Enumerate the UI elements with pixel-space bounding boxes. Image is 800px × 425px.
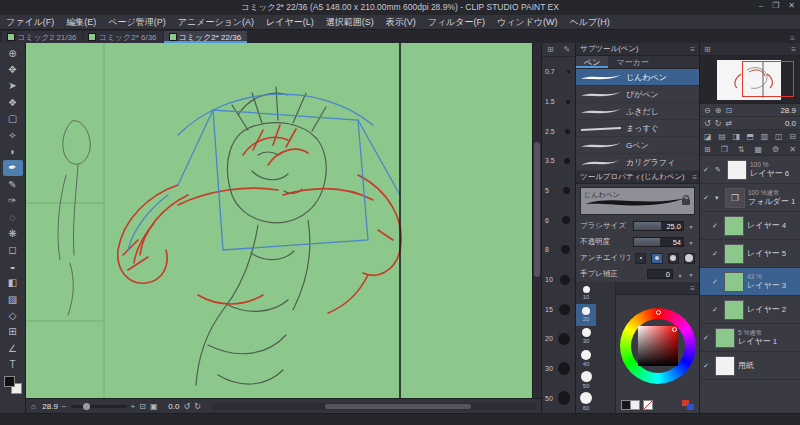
text-tool-icon[interactable]: T — [3, 356, 23, 372]
menu-help[interactable]: ヘルプ(H) — [564, 16, 616, 29]
set-as-reference-icon[interactable]: ⊟ — [789, 132, 796, 141]
size-cell[interactable]: 50 — [576, 369, 596, 391]
subtool-tab-marker[interactable]: マーカー — [608, 56, 656, 68]
airbrush-tool-icon[interactable]: ◌ — [3, 209, 23, 225]
move-tool-icon[interactable]: ✥ — [3, 61, 23, 77]
new-layer-icon[interactable]: ⊞ — [704, 145, 711, 154]
rotate-left-icon[interactable]: ↺ — [704, 119, 711, 128]
vertical-scrollbar[interactable] — [532, 43, 541, 398]
brush-size-slider[interactable]: 25.0 — [633, 221, 684, 231]
close-button[interactable]: ✕ — [788, 1, 795, 10]
grid-icon[interactable]: ⊞ — [704, 45, 711, 54]
combine-mode-icon[interactable]: ◪ — [704, 132, 712, 141]
stabilization-value[interactable]: 0 — [647, 269, 673, 279]
brush-item[interactable]: Gペン — [576, 137, 699, 154]
size-option[interactable]: 15 — [542, 294, 575, 324]
menu-animation[interactable]: アニメーション(A) — [172, 16, 260, 29]
visibility-icon[interactable]: ✓ — [703, 362, 712, 370]
size-cell[interactable]: 30 — [576, 326, 596, 348]
frame-tool-icon[interactable]: ⊞ — [3, 324, 23, 340]
canvas[interactable] — [26, 43, 532, 398]
fit-icon[interactable]: ⊡ — [725, 106, 732, 115]
eyedropper-tool-icon[interactable]: ◗ — [3, 143, 23, 159]
layer-row[interactable]: ✓ ✎ 100 % レイヤー 6 — [700, 156, 800, 184]
brush-item[interactable]: じんわペン — [576, 69, 699, 86]
flip-icon[interactable]: ⇄ — [725, 119, 732, 128]
tab-comic2-6[interactable]: コミック2* 6/36 — [83, 31, 162, 43]
menu-window[interactable]: ウィンドウ(W) — [491, 16, 564, 29]
size-option[interactable]: 1.5 — [542, 87, 575, 117]
size-cell[interactable]: 60 — [576, 391, 596, 413]
anti-aliasing-strong-button[interactable] — [684, 253, 695, 264]
minimize-button[interactable]: – — [759, 1, 763, 10]
navigator-view-rectangle[interactable] — [742, 61, 794, 98]
decoration-tool-icon[interactable]: ❋ — [3, 225, 23, 241]
layer-row[interactable]: ✓ レイヤー 4 — [700, 212, 800, 240]
zoom-slider-thumb[interactable] — [83, 403, 90, 410]
panel-menu-icon[interactable]: ≡ — [791, 45, 796, 54]
gradient-tool-icon[interactable]: ▨ — [3, 291, 23, 307]
visibility-icon[interactable]: ✓ — [712, 278, 721, 286]
size-option[interactable]: 3.5 — [542, 146, 575, 176]
blend-tool-icon[interactable]: ◒ — [3, 258, 23, 274]
expand-arrow-icon[interactable]: ▾ — [715, 194, 722, 202]
actual-size-icon[interactable]: ▣ — [150, 402, 158, 411]
color-set-icon[interactable] — [682, 400, 694, 410]
brush-item[interactable]: ふきだし — [576, 103, 699, 120]
folder-row[interactable]: ✓ ▾ ❐ 100 %通常 フォルダー 1 — [700, 184, 800, 212]
pen-tool-icon[interactable]: ✒ — [3, 160, 23, 176]
paper-row[interactable]: ✓ 用紙 — [700, 352, 800, 380]
size-option[interactable]: 5 — [542, 176, 575, 206]
layer-row-selected[interactable]: ✓ 43 % レイヤー 3 — [700, 268, 800, 296]
mask-icon[interactable]: ◫ — [775, 132, 783, 141]
vertical-scrollbar-thumb[interactable] — [534, 142, 540, 277]
stabilization-up-icon[interactable]: ▴ — [676, 271, 684, 278]
tab-comic2-22[interactable]: コミック2* 22/36 — [164, 31, 248, 43]
selection-tool-icon[interactable]: ▢ — [3, 111, 23, 127]
move-layer-icon[interactable]: ⇅ — [738, 145, 745, 154]
layer-settings-icon[interactable]: ⚙ — [772, 145, 779, 154]
size-option[interactable]: 20 — [542, 324, 575, 354]
eraser-tool-icon[interactable]: ◻ — [3, 242, 23, 258]
layer-row[interactable]: ✓ レイヤー 5 — [700, 240, 800, 268]
zoom-in-button[interactable]: + — [131, 402, 136, 411]
figure-tool-icon[interactable]: ◇ — [3, 307, 23, 323]
horizontal-scrollbar-thumb[interactable] — [325, 404, 471, 409]
panel-menu-icon[interactable]: ≡ — [690, 284, 695, 293]
menu-edit[interactable]: 編集(E) — [60, 16, 102, 29]
navigator-preview[interactable] — [700, 56, 800, 104]
tab-comic2-21[interactable]: コミック2 21/36 — [2, 31, 82, 43]
opacity-slider[interactable]: 54 — [633, 237, 684, 247]
size-option[interactable]: 10 — [542, 265, 575, 295]
panel-menu-icon[interactable]: ≡ — [690, 45, 695, 54]
rotate-right-icon[interactable]: ↻ — [715, 119, 722, 128]
lock-layer-icon[interactable]: ▤ — [718, 132, 726, 141]
size-option[interactable]: 0.7 — [542, 57, 575, 87]
tab-list-menu-icon[interactable]: ≡ — [785, 34, 800, 43]
menu-filter[interactable]: フィルター(F) — [422, 16, 491, 29]
size-cell[interactable]: 20 — [576, 304, 596, 326]
fit-to-screen-icon[interactable]: ⊡ — [139, 402, 146, 411]
zoom-tool-icon[interactable]: ⊕ — [3, 45, 23, 61]
ruler-icon[interactable]: ▥ — [761, 132, 769, 141]
subtool-tab-pen[interactable]: ペン — [576, 56, 608, 68]
brush-tool-icon[interactable]: ✑ — [3, 193, 23, 209]
opacity-dropdown-icon[interactable]: ▾ — [687, 239, 695, 246]
navigator-toggle-icon[interactable]: ⌂ — [31, 402, 36, 411]
grid-icon[interactable]: ⊞ — [547, 45, 554, 54]
new-folder-icon[interactable]: ❐ — [721, 145, 728, 154]
brush-item[interactable]: ぴがペン — [576, 86, 699, 103]
anti-aliasing-weak-button[interactable] — [651, 253, 662, 264]
size-option[interactable]: 6 — [542, 205, 575, 235]
stabilization-down-icon[interactable]: ▾ — [687, 271, 695, 278]
ruler-tool-icon[interactable]: ∠ — [3, 340, 23, 356]
panel-menu-icon[interactable]: ≡ — [693, 173, 698, 182]
brush-item[interactable]: カリグラフィ — [576, 154, 699, 171]
object-tool-icon[interactable]: ➤ — [3, 78, 23, 94]
zoom-in-icon[interactable]: ⊕ — [715, 106, 722, 115]
rotate-left-icon[interactable]: ↺ — [183, 402, 190, 411]
merge-layer-icon[interactable]: ▦ — [755, 145, 763, 154]
sv-marker[interactable] — [672, 327, 677, 332]
pencil-tool-icon[interactable]: ✎ — [3, 176, 23, 192]
visibility-icon[interactable]: ✓ — [703, 166, 712, 174]
